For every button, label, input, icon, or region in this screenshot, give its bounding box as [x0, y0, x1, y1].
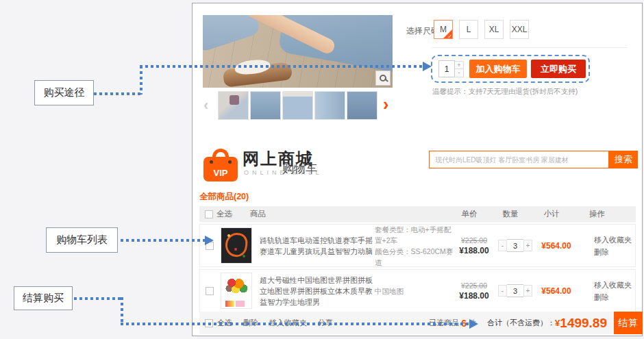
thumbnail[interactable]: [314, 91, 345, 120]
size-option-m[interactable]: M: [434, 20, 453, 39]
purchase-highlight-zone: + - 加入购物车 立即购买: [431, 55, 590, 83]
row-checkbox[interactable]: [206, 287, 214, 295]
vip-badge: VIP: [203, 168, 238, 178]
gallery-next-icon[interactable]: ›: [383, 95, 388, 114]
arrow-purchase-path-segment: [94, 92, 143, 95]
thumbnail[interactable]: [347, 91, 377, 120]
add-to-cart-button[interactable]: 加入购物车: [469, 60, 527, 78]
arrow-purchase-path-head: [423, 62, 432, 71]
original-price: ¥225.00: [454, 236, 495, 244]
divider: [432, 47, 628, 48]
select-all-checkbox[interactable]: [205, 210, 213, 218]
product-attributes: 套餐类型：电动+手摇配置+2车 颜色分类：SS-620CM赛道: [375, 224, 454, 268]
product-main-image[interactable]: [203, 15, 393, 88]
row-quantity-increase-button[interactable]: +: [523, 285, 532, 297]
quantity-input[interactable]: [438, 60, 455, 77]
row-actions: 移入收藏夹 删除: [577, 279, 635, 303]
select-all-label: 全选: [216, 209, 232, 219]
total-label: 合计（不含运费）：: [487, 318, 555, 328]
product-column-label: 商品: [250, 209, 266, 219]
arrow-checkout-segment: [74, 297, 123, 300]
unit-price-column-label: 单价: [449, 209, 490, 219]
annotation-cart-list: 购物车列表: [46, 227, 118, 253]
move-to-favorites-link[interactable]: 移入收藏夹: [594, 279, 635, 291]
product-image-racetrack[interactable]: [221, 227, 252, 264]
move-to-favorites-link[interactable]: 移入收藏夹: [594, 234, 635, 246]
main-panel: ‹ › 选择尺码: M L XL XXL + - 加入购物车 立即购买 温馨提示…: [192, 3, 643, 336]
return-policy-tip: 温馨提示：支持7天无理由退货(拆封后不支持): [432, 87, 578, 97]
product-title[interactable]: 超大号磁性中国地图世界拼图拼板立地图世界拼图拼板立体木质早教益智力学生地理男: [260, 275, 375, 307]
row-quantity-input[interactable]: [507, 284, 523, 297]
size-option-xxl[interactable]: XXL: [510, 20, 529, 39]
arrow-purchase-path-segment: [140, 65, 423, 68]
size-option-xl[interactable]: XL: [484, 20, 504, 39]
product-attributes: 中国地图: [375, 286, 454, 297]
row-actions: 移入收藏夹 删除: [577, 234, 635, 258]
product-title[interactable]: 路轨轨道车电动遥控轨道赛车手摇赛道车儿童男孩玩具益智智力动脑: [260, 235, 375, 257]
subtotal-column-label: 小计: [531, 209, 572, 219]
arrow-checkout-head: [469, 319, 478, 329]
thumbnail[interactable]: [282, 91, 313, 120]
row-quantity-input[interactable]: [507, 239, 523, 252]
subtotal-value: ¥564.00: [536, 286, 577, 296]
size-option-l[interactable]: L: [459, 20, 478, 39]
image-zoom-button[interactable]: [375, 71, 391, 86]
current-price: ¥188.00: [454, 291, 495, 301]
arrow-cart-list-segment: [121, 239, 206, 242]
bag-body-shape: VIP: [203, 157, 238, 181]
row-quantity-decrease-button[interactable]: -: [498, 285, 507, 297]
quantity-cell: - +: [495, 284, 536, 297]
product-image-map[interactable]: [221, 273, 252, 309]
quantity-stepper: + -: [455, 61, 464, 77]
delete-link[interactable]: 删除: [594, 246, 635, 258]
annotation-purchase-path: 购买途径: [34, 80, 94, 105]
thumbnail[interactable]: [250, 91, 281, 120]
quantity-column-label: 数量: [490, 209, 531, 219]
buy-now-button[interactable]: 立即购买: [531, 60, 586, 78]
quantity-decrease-button[interactable]: -: [455, 69, 464, 77]
cart-rows: 路轨轨道车电动遥控轨道赛车手摇赛道车儿童男孩玩具益智智力动脑 套餐类型：电动+手…: [199, 224, 636, 314]
quantity-increase-button[interactable]: +: [455, 61, 464, 69]
current-price: ¥188.00: [454, 246, 495, 255]
price-cell: ¥225.00 ¥188.00: [454, 236, 495, 255]
row-quantity-decrease-button[interactable]: -: [498, 240, 507, 251]
original-price: ¥225.00: [454, 281, 495, 290]
subtotal-value: ¥564.00: [536, 241, 577, 251]
quantity-cell: - +: [495, 239, 536, 252]
cart-row: 超大号磁性中国地图世界拼图拼板立地图世界拼图拼板立体木质早教益智力学生地理男 中…: [199, 269, 636, 312]
mall-logo-icon[interactable]: VIP: [203, 149, 238, 181]
arrow-checkout-segment: [121, 297, 123, 325]
arrow-purchase-path-segment: [140, 66, 143, 95]
thumbnail[interactable]: [218, 91, 249, 120]
delete-link[interactable]: 删除: [594, 291, 635, 303]
magnifier-icon: [380, 75, 386, 81]
arrow-cart-list-head: [205, 236, 214, 245]
search-input[interactable]: [429, 151, 609, 168]
row-quantity-increase-button[interactable]: +: [523, 240, 532, 251]
cart-table-header: 全选 商品 单价 数量 小计 操作: [199, 206, 636, 222]
checkout-button[interactable]: 结算: [614, 312, 643, 334]
total-value: 1499.89: [560, 316, 607, 331]
search-button[interactable]: 搜索: [609, 151, 638, 168]
total-currency: ¥: [555, 318, 560, 328]
size-options: M L XL XXL: [434, 20, 529, 39]
annotation-checkout: 结算购买: [14, 286, 73, 310]
action-column-label: 操作: [572, 209, 636, 219]
page-title: 购物车: [282, 161, 317, 177]
cart-row: 路轨轨道车电动遥控轨道赛车手摇赛道车儿童男孩玩具益智智力动脑 套餐类型：电动+手…: [199, 224, 636, 267]
arrow-checkout-segment: [121, 323, 470, 325]
thumbnail-strip: [218, 91, 377, 120]
price-cell: ¥225.00 ¥188.00: [454, 281, 495, 301]
gallery-prev-icon[interactable]: ‹: [203, 97, 208, 114]
